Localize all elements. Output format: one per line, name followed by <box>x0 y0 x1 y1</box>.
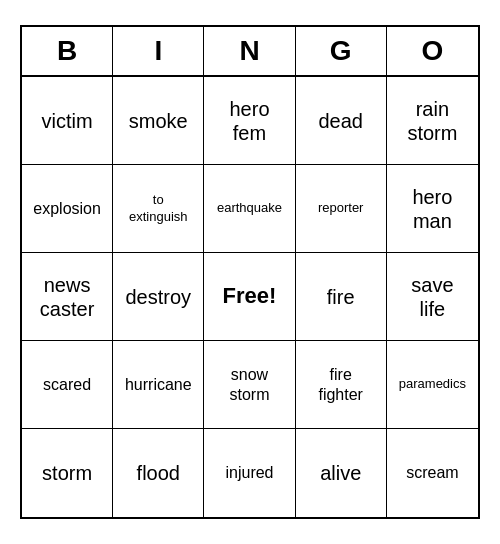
bingo-cell-23: alive <box>296 429 387 517</box>
header-i: I <box>113 27 204 75</box>
cell-text-7: earthquake <box>217 200 282 217</box>
cell-text-21: flood <box>137 461 180 485</box>
cell-text-4: rain storm <box>407 97 457 145</box>
cell-text-13: fire <box>327 285 355 309</box>
bingo-cell-22: injured <box>204 429 295 517</box>
cell-text-18: fire fighter <box>318 365 362 403</box>
bingo-header: B I N G O <box>22 27 478 77</box>
bingo-cell-3: dead <box>296 77 387 165</box>
bingo-cell-12: Free! <box>204 253 295 341</box>
bingo-cell-7: earthquake <box>204 165 295 253</box>
bingo-cell-14: save life <box>387 253 478 341</box>
cell-text-14: save life <box>411 273 453 321</box>
cell-text-8: reporter <box>318 200 364 217</box>
bingo-cell-21: flood <box>113 429 204 517</box>
bingo-cell-15: scared <box>22 341 113 429</box>
cell-text-20: storm <box>42 461 92 485</box>
cell-text-11: destroy <box>125 285 191 309</box>
bingo-cell-19: paramedics <box>387 341 478 429</box>
bingo-cell-0: victim <box>22 77 113 165</box>
bingo-grid: victimsmokehero femdeadrain stormexplosi… <box>22 77 478 517</box>
cell-text-23: alive <box>320 461 361 485</box>
cell-text-9: hero man <box>412 185 452 233</box>
bingo-cell-9: hero man <box>387 165 478 253</box>
bingo-cell-13: fire <box>296 253 387 341</box>
bingo-cell-2: hero fem <box>204 77 295 165</box>
cell-text-5: explosion <box>33 199 101 218</box>
bingo-cell-17: snow storm <box>204 341 295 429</box>
cell-text-2: hero fem <box>229 97 269 145</box>
cell-text-12: Free! <box>223 282 277 311</box>
bingo-card: B I N G O victimsmokehero femdeadrain st… <box>20 25 480 519</box>
cell-text-19: paramedics <box>399 376 466 393</box>
cell-text-1: smoke <box>129 109 188 133</box>
cell-text-17: snow storm <box>229 365 269 403</box>
cell-text-16: hurricane <box>125 375 192 394</box>
bingo-cell-20: storm <box>22 429 113 517</box>
header-o: O <box>387 27 478 75</box>
bingo-cell-24: scream <box>387 429 478 517</box>
header-g: G <box>296 27 387 75</box>
bingo-cell-5: explosion <box>22 165 113 253</box>
bingo-cell-4: rain storm <box>387 77 478 165</box>
cell-text-22: injured <box>225 463 273 482</box>
cell-text-6: to extinguish <box>129 192 188 226</box>
cell-text-10: news caster <box>40 273 94 321</box>
bingo-cell-6: to extinguish <box>113 165 204 253</box>
bingo-cell-16: hurricane <box>113 341 204 429</box>
header-n: N <box>204 27 295 75</box>
bingo-cell-1: smoke <box>113 77 204 165</box>
cell-text-24: scream <box>406 463 458 482</box>
bingo-cell-10: news caster <box>22 253 113 341</box>
bingo-cell-8: reporter <box>296 165 387 253</box>
bingo-cell-18: fire fighter <box>296 341 387 429</box>
bingo-cell-11: destroy <box>113 253 204 341</box>
cell-text-3: dead <box>318 109 363 133</box>
header-b: B <box>22 27 113 75</box>
cell-text-0: victim <box>42 109 93 133</box>
cell-text-15: scared <box>43 375 91 394</box>
